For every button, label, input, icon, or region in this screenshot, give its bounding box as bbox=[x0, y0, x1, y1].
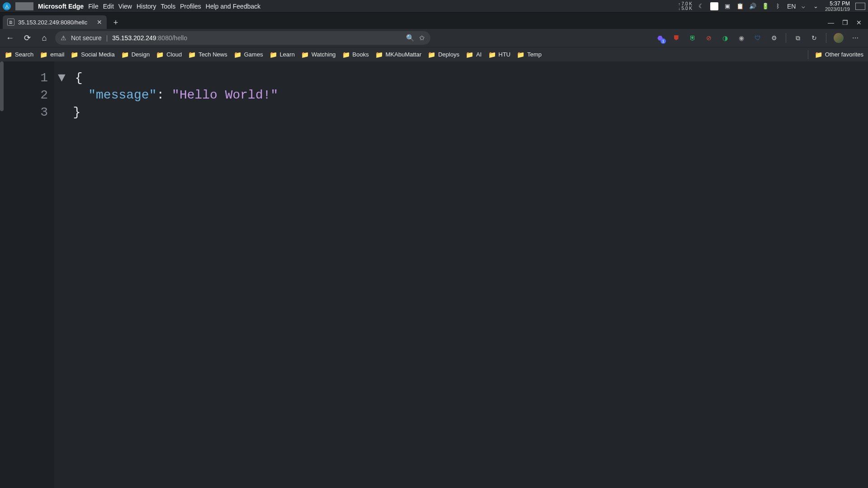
window-restore-button[interactable]: ❐ bbox=[842, 19, 848, 26]
os-logo-icon[interactable]: ◬ bbox=[3, 2, 11, 10]
menu-view[interactable]: View bbox=[118, 3, 132, 10]
json-colon: : bbox=[156, 88, 164, 102]
extension-camera-icon[interactable]: ◉ bbox=[737, 33, 746, 42]
bookmark-deploys[interactable]: 📁Deploys bbox=[428, 51, 459, 58]
bookmark-email[interactable]: 📁email bbox=[40, 51, 64, 58]
folder-icon: 📁 bbox=[375, 51, 383, 58]
other-favorites[interactable]: 📁Other favorites bbox=[815, 51, 863, 58]
folder-icon: 📁 bbox=[517, 51, 524, 58]
close-tab-icon[interactable]: ✕ bbox=[97, 19, 102, 26]
window-indicator-icon[interactable] bbox=[855, 3, 865, 10]
line-number-gutter: 1 2 3 bbox=[0, 61, 54, 488]
folder-icon: 📁 bbox=[188, 51, 196, 58]
chevron-down-icon[interactable]: ⌄ bbox=[812, 3, 820, 9]
bookmark-technews[interactable]: 📁Tech News bbox=[188, 51, 227, 58]
json-line-1: ▼ { bbox=[58, 70, 278, 87]
folder-icon: 📁 bbox=[428, 51, 435, 58]
tab-strip: 🗎 35.153.202.249:8080/hellc ✕ + ― ❐ ✕ bbox=[0, 13, 868, 29]
terminal-icon[interactable]: ▣ bbox=[724, 3, 731, 9]
menu-tools[interactable]: Tools bbox=[160, 3, 175, 10]
folder-icon: 📁 bbox=[121, 51, 129, 58]
bookmark-design[interactable]: 📁Design bbox=[121, 51, 150, 58]
folder-icon: 📁 bbox=[301, 51, 309, 58]
browser-tab[interactable]: 🗎 35.153.202.249:8080/hellc ✕ bbox=[3, 15, 107, 29]
bluetooth-icon[interactable]: ᛒ bbox=[774, 3, 782, 9]
back-button[interactable]: ← bbox=[4, 32, 16, 44]
line-number: 1 bbox=[0, 70, 48, 87]
battery-icon[interactable]: 🔋 bbox=[762, 3, 769, 9]
toolbar-divider-2 bbox=[826, 33, 826, 43]
menu-profiles[interactable]: Profiles bbox=[180, 3, 201, 10]
close-brace: } bbox=[73, 105, 81, 119]
menu-edit[interactable]: Edit bbox=[103, 3, 114, 10]
bookmark-temp[interactable]: 📁Temp bbox=[517, 51, 542, 58]
extension-adguard-icon[interactable]: ⛨ bbox=[688, 33, 697, 42]
os-workspace-icon[interactable] bbox=[15, 2, 33, 10]
folder-icon: 📁 bbox=[156, 51, 164, 58]
more-menu-icon[interactable]: ⋯ bbox=[851, 33, 860, 42]
file-favicon-icon: 🗎 bbox=[7, 19, 14, 26]
moon-icon[interactable]: ☾ bbox=[698, 3, 705, 9]
bookmark-games[interactable]: 📁Games bbox=[234, 51, 263, 58]
folder-icon: 📁 bbox=[71, 51, 78, 58]
new-tab-button[interactable]: + bbox=[109, 16, 122, 29]
clock[interactable]: 5:37 PM 2023/01/19 bbox=[825, 1, 850, 12]
extensions-tray: ⬣ 1 ⛊ ⛨ ⊘ ◑ ◉ 🛡 ⚙ ⧉ ↻ ⋯ bbox=[656, 33, 864, 43]
clock-date: 2023/01/19 bbox=[825, 6, 850, 12]
window-close-button[interactable]: ✕ bbox=[856, 19, 862, 26]
bookmark-ai[interactable]: 📁AI bbox=[466, 51, 481, 58]
active-app-name: Microsoft Edge bbox=[38, 3, 84, 10]
browser-tools-icon[interactable]: ↻ bbox=[810, 33, 819, 42]
json-line-2: "message": "Hello World!" bbox=[58, 87, 278, 104]
extension-grammarly-icon[interactable]: ◑ bbox=[721, 33, 730, 42]
menu-history[interactable]: History bbox=[137, 3, 156, 10]
json-line-3: } bbox=[58, 104, 278, 121]
folder-icon: 📁 bbox=[234, 51, 241, 58]
json-key: "message" bbox=[88, 88, 156, 102]
language-indicator[interactable]: EN bbox=[787, 3, 794, 10]
favorite-icon[interactable]: ✩ bbox=[419, 34, 425, 42]
collapse-toggle-icon[interactable]: ▼ bbox=[58, 71, 67, 85]
line-number: 3 bbox=[0, 104, 48, 121]
menu-file[interactable]: File bbox=[88, 3, 99, 10]
extension-noscript-icon[interactable]: ⊘ bbox=[704, 33, 713, 42]
tab-title: 35.153.202.249:8080/hellc bbox=[18, 19, 93, 26]
scrollbar-thumb[interactable] bbox=[0, 61, 4, 111]
collections-icon[interactable]: ⧉ bbox=[793, 33, 802, 42]
open-brace: { bbox=[75, 71, 83, 85]
browser-toolbar: ← ⟳ ⌂ ⚠ Not secure | 35.153.202.249:8080… bbox=[0, 29, 868, 47]
bookmark-watching[interactable]: 📁Watching bbox=[301, 51, 336, 58]
folder-icon: 📁 bbox=[269, 51, 277, 58]
page-content: 1 2 3 ▼ { "message": "Hello World!" } bbox=[0, 61, 868, 488]
volume-icon[interactable]: 🔊 bbox=[749, 3, 756, 9]
zoom-icon[interactable]: 🔍 bbox=[406, 34, 415, 42]
folder-icon: 📁 bbox=[40, 51, 47, 58]
extensions-menu-icon[interactable]: ⚙ bbox=[769, 33, 778, 42]
folder-icon: 📁 bbox=[466, 51, 473, 58]
folder-icon: 📁 bbox=[815, 51, 822, 58]
wifi-icon[interactable]: ⌵ bbox=[800, 3, 807, 9]
profile-avatar[interactable] bbox=[834, 33, 844, 43]
bookmark-books[interactable]: 📁Books bbox=[342, 51, 369, 58]
menu-help[interactable]: Help and Feedback bbox=[206, 3, 260, 10]
extension-badge: 1 bbox=[660, 38, 666, 44]
bookmark-mkabumattar[interactable]: 📁MKAbuMattar bbox=[375, 51, 421, 58]
bookmarks-divider bbox=[808, 50, 808, 59]
bookmark-social[interactable]: 📁Social Media bbox=[71, 51, 114, 58]
home-button[interactable]: ⌂ bbox=[38, 32, 51, 44]
network-speed: ↑ 7.0 K ↓ 5.0 K bbox=[678, 2, 692, 11]
address-bar[interactable]: ⚠ Not secure | 35.153.202.249:8080/hello… bbox=[55, 31, 430, 45]
bookmark-htu[interactable]: 📁HTU bbox=[488, 51, 511, 58]
bookmark-learn[interactable]: 📁Learn bbox=[269, 51, 295, 58]
bookmark-cloud[interactable]: 📁Cloud bbox=[156, 51, 182, 58]
tray-app-icon[interactable] bbox=[710, 2, 718, 10]
bookmark-search[interactable]: 📁Search bbox=[5, 51, 33, 58]
extension-devtools-icon[interactable]: ⬣ 1 bbox=[656, 33, 665, 42]
refresh-button[interactable]: ⟳ bbox=[21, 32, 33, 44]
window-minimize-button[interactable]: ― bbox=[828, 19, 834, 26]
extension-bitwarden-icon[interactable]: 🛡 bbox=[753, 33, 762, 42]
extension-ublock-icon[interactable]: ⛊ bbox=[672, 33, 681, 42]
clipboard-icon[interactable]: 📋 bbox=[736, 3, 744, 9]
security-warning-icon[interactable]: ⚠ bbox=[61, 34, 66, 42]
bookmarks-bar: 📁Search 📁email 📁Social Media 📁Design 📁Cl… bbox=[0, 47, 868, 61]
